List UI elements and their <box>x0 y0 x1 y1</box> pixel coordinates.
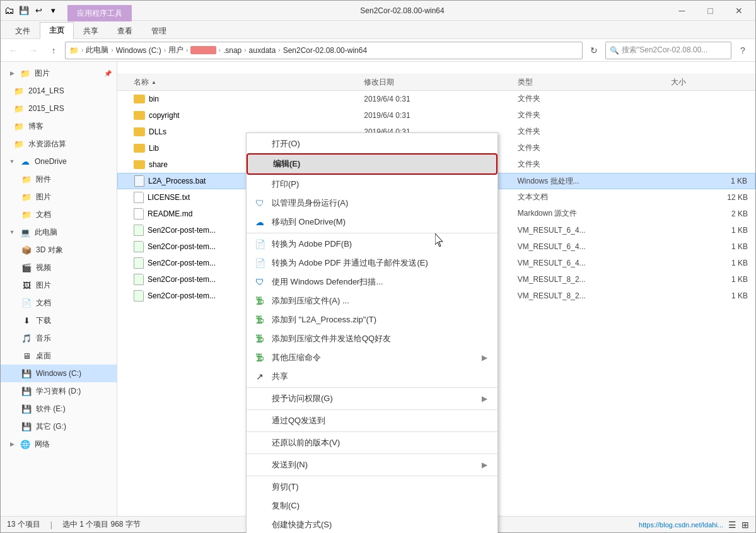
sidebar-item-pictures3[interactable]: 🖼 图片 <box>1 276 117 294</box>
sidebar-item-attachments[interactable]: 📁 附件 <box>1 170 117 188</box>
ctx-send-to[interactable]: 发送到(N) ▶ <box>247 455 497 474</box>
sidebar-item-blog[interactable]: 📁 博客 <box>1 117 117 135</box>
sidebar-item-desktop[interactable]: 🖥 桌面 <box>1 347 117 365</box>
file-type: 文件夹 <box>518 110 672 120</box>
onedrive-icon: ☁ <box>20 156 31 167</box>
col-header-date[interactable]: 修改日期 <box>364 77 518 88</box>
sidebar-item-3d[interactable]: 📦 3D 对象 <box>1 241 117 259</box>
minimize-button[interactable]: ─ <box>668 1 696 21</box>
ctx-run-admin[interactable]: 🛡 以管理员身份运行(A) <box>247 194 497 213</box>
close-button[interactable]: ✕ <box>724 1 753 21</box>
sidebar-item-onedrive[interactable]: ▼ ☁ OneDrive <box>1 153 117 170</box>
sidebar-item-photos[interactable]: 📁 图片 <box>1 188 117 206</box>
ctx-cut[interactable]: 剪切(T) <box>247 477 497 496</box>
ctx-label: 转换为 Adobe PDF(B) <box>272 238 352 250</box>
list-view-icon[interactable]: ☰ <box>728 520 736 530</box>
tab-home[interactable]: 主页 <box>40 22 74 39</box>
shield-icon: 🛡 <box>253 196 267 210</box>
sidebar-item-studydrive[interactable]: 💾 学习资料 (D:) <box>1 382 117 400</box>
refresh-button[interactable]: ↻ <box>585 42 603 59</box>
search-bar[interactable]: 🔍 搜索"Sen2Cor-02.08.00... <box>605 42 731 59</box>
folder-icon: 🎵 <box>21 332 32 344</box>
ctx-edit[interactable]: 编辑(E) <box>247 153 497 175</box>
sidebar-item-documents[interactable]: 📁 文档 <box>1 206 117 223</box>
save-btn[interactable]: 💾 <box>17 4 31 18</box>
table-row[interactable]: bin 2019/6/4 0:31 文件夹 <box>117 91 755 107</box>
folder-icon <box>134 160 145 169</box>
tab-file[interactable]: 文件 <box>6 23 40 39</box>
tab-share[interactable]: 共享 <box>74 23 108 39</box>
file-type: 文件夹 <box>518 93 672 104</box>
ctx-share[interactable]: ↗ 共享 <box>247 367 497 386</box>
sidebar-item-windrive[interactable]: 💾 Windows (C:) <box>1 365 117 382</box>
maximize-button[interactable]: □ <box>696 1 724 21</box>
onedrive-icon: ☁ <box>253 215 267 229</box>
ctx-grant-access[interactable]: 授予访问权限(G) ▶ <box>247 389 497 408</box>
forward-button[interactable]: → <box>25 42 42 59</box>
tab-app-tools[interactable]: 应用程序工具 <box>67 5 132 21</box>
ctx-print[interactable]: 打印(P) <box>247 175 497 194</box>
sidebar-item-water[interactable]: 📁 水资源估算 <box>1 135 117 153</box>
ctx-add-zip-qq[interactable]: 🗜 添加到压缩文件并发送给QQ好友 <box>247 329 497 348</box>
ctx-move-onedrive[interactable]: ☁ 移动到 OneDrive(M) <box>247 213 497 231</box>
ctx-restore-version[interactable]: 还原以前的版本(V) <box>247 433 497 452</box>
ctx-create-shortcut[interactable]: 创建快捷方式(S) <box>247 515 497 533</box>
up-button[interactable]: ↑ <box>45 42 62 59</box>
sidebar-item-thispc[interactable]: ▼ 💻 此电脑 <box>1 223 117 241</box>
undo-btn[interactable]: ↩ <box>32 4 45 18</box>
zip-icon: 🗜 <box>253 294 267 308</box>
items-count: 13 个项目 <box>7 519 40 530</box>
sidebar-item-label: OneDrive <box>35 157 67 166</box>
back-button[interactable]: ← <box>4 42 22 59</box>
sidebar-item-2015lrs[interactable]: 📁 2015_LRS <box>1 100 117 117</box>
share-icon: ↗ <box>253 370 267 384</box>
folder-icon: ⬇ <box>21 315 32 326</box>
dropdown-btn[interactable]: ▾ <box>46 4 60 18</box>
ctx-send-qq[interactable]: 通过QQ发送到 <box>247 411 497 430</box>
detail-view-icon[interactable]: ⊞ <box>741 520 749 530</box>
search-help-button[interactable]: ? <box>734 42 752 59</box>
sidebar-item-downloads[interactable]: ⬇ 下载 <box>1 312 117 329</box>
sidebar-item-music[interactable]: 🎵 音乐 <box>1 329 117 347</box>
ctx-to-pdf-email[interactable]: 📄 转换为 Adobe PDF 并通过电子邮件发送(E) <box>247 254 497 272</box>
ctx-add-named-zip[interactable]: 🗜 添加到 "L2A_Process.zip"(T) <box>247 310 497 329</box>
ctx-label: 授予访问权限(G) <box>272 393 333 404</box>
ctx-copy[interactable]: 复制(C) <box>247 496 497 515</box>
sidebar-item-network[interactable]: ▶ 🌐 网络 <box>1 435 117 453</box>
ctx-other-zip[interactable]: 🗜 其他压缩命令 ▶ <box>247 348 497 367</box>
col-header-name[interactable]: 名称 ▲ <box>120 77 364 88</box>
ctx-label: 发送到(N) <box>272 459 308 471</box>
ctx-open[interactable]: 打开(O) <box>247 134 497 153</box>
tab-manage[interactable]: 管理 <box>142 23 176 39</box>
sidebar-item-otherdrive[interactable]: 💾 其它 (G:) <box>1 418 117 435</box>
col-header-type[interactable]: 类型 <box>518 77 672 88</box>
file-type: 文件夹 <box>518 126 672 137</box>
col-header-size[interactable]: 大小 <box>671 77 753 88</box>
sidebar-item-pictures[interactable]: ▶ 📁 图片 📌 <box>1 64 117 82</box>
pdf-icon: 📄 <box>253 237 267 251</box>
sidebar-item-label: 博客 <box>28 121 44 132</box>
sidebar-item-documents2[interactable]: 📄 文档 <box>1 294 117 312</box>
address-bar[interactable]: 📁 › 此电脑 › Windows (C:) › 用户 › ■■■■ › .sn… <box>65 42 583 59</box>
sidebar-item-label: 其它 (G:) <box>36 421 66 432</box>
table-row[interactable]: copyright 2019/6/4 0:31 文件夹 <box>117 107 755 124</box>
ctx-label: 复制(C) <box>272 500 299 512</box>
drive-icon: 💾 <box>21 403 32 414</box>
sidebar-item-videos[interactable]: 🎬 视频 <box>1 259 117 276</box>
file-size: 2 KB <box>671 209 753 218</box>
ribbon-tab-bar: 应用程序工具 <box>62 1 137 21</box>
sidebar-item-label: 视频 <box>36 262 51 273</box>
zip-qq-icon: 🗜 <box>253 332 267 346</box>
ribbon: 文件 主页 共享 查看 管理 <box>1 21 755 39</box>
ctx-to-pdf[interactable]: 📄 转换为 Adobe PDF(B) <box>247 235 497 254</box>
file-icon <box>134 192 144 203</box>
separator <box>247 431 497 432</box>
file-name: copyright <box>149 111 180 120</box>
sidebar-item-2014lrs[interactable]: 📁 2014_LRS <box>1 82 117 100</box>
ctx-defender[interactable]: 🛡 使用 Windows Defender扫描... <box>247 272 497 291</box>
ctx-label: 以管理员身份运行(A) <box>272 197 348 209</box>
tab-view[interactable]: 查看 <box>108 23 142 39</box>
sidebar-item-softdrive[interactable]: 💾 软件 (E:) <box>1 400 117 418</box>
ctx-add-zip[interactable]: 🗜 添加到压缩文件(A) ... <box>247 291 497 310</box>
ctx-label: 还原以前的版本(V) <box>272 437 340 448</box>
